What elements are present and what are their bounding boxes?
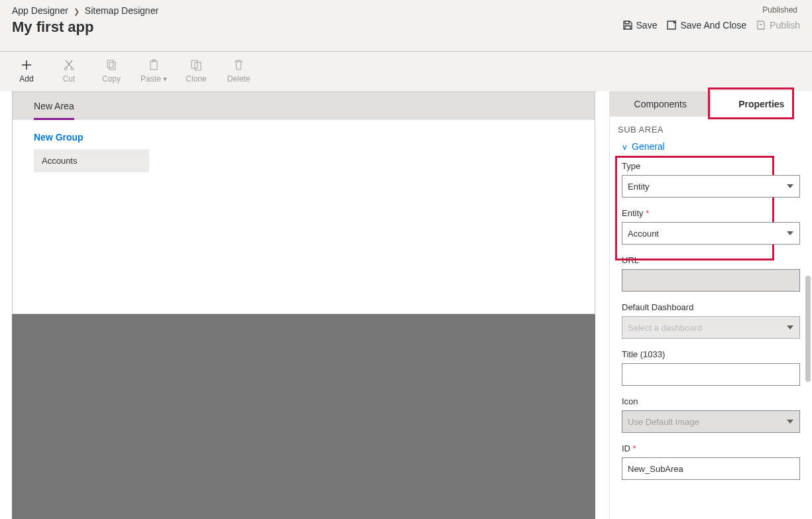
plus-icon xyxy=(20,58,33,72)
cut-button: Cut xyxy=(54,58,84,87)
panel-tabs: Components Properties xyxy=(610,91,812,117)
general-label: General xyxy=(632,141,665,152)
canvas-backdrop xyxy=(12,314,595,519)
tab-properties[interactable]: Properties xyxy=(711,91,813,117)
group-title[interactable]: New Group xyxy=(34,132,595,143)
id-label: ID xyxy=(622,443,800,453)
field-url: URL xyxy=(622,255,800,292)
svg-rect-2 xyxy=(107,60,113,68)
breadcrumb-item-2[interactable]: Sitemap Designer xyxy=(85,5,158,16)
save-close-icon xyxy=(666,20,677,30)
field-type: Type Entity xyxy=(622,161,800,198)
field-entity: Entity Account xyxy=(622,208,800,245)
save-button[interactable]: Save xyxy=(622,20,658,30)
paste-icon xyxy=(147,58,160,72)
subarea-item[interactable]: Accounts xyxy=(34,149,149,172)
header-left: App Designer Sitemap Designer My first a… xyxy=(12,5,158,36)
paste-button: Paste ▾ xyxy=(139,58,168,87)
url-input xyxy=(622,269,800,292)
cut-label: Cut xyxy=(63,74,76,84)
breadcrumb: App Designer Sitemap Designer xyxy=(12,5,158,16)
publish-label: Publish xyxy=(770,20,800,30)
dashboard-select: Select a dashboard xyxy=(622,316,800,339)
group-block: New Group Accounts xyxy=(13,120,595,172)
scrollbar-thumb[interactable] xyxy=(805,276,811,382)
breadcrumb-item-1[interactable]: App Designer xyxy=(12,5,68,16)
add-label: Add xyxy=(19,74,33,84)
icon-select[interactable]: Use Default Image xyxy=(622,410,800,433)
id-input[interactable] xyxy=(622,457,800,480)
general-section-header[interactable]: General xyxy=(622,141,800,152)
copy-button: Copy xyxy=(97,58,126,87)
type-label: Type xyxy=(622,161,800,171)
toolbar: Add Cut Copy Paste ▾ Clone Delete xyxy=(0,52,812,91)
breadcrumb-separator-icon xyxy=(72,5,81,16)
save-and-close-button[interactable]: Save And Close xyxy=(666,20,746,30)
page-title: My first app xyxy=(12,19,158,36)
cut-icon xyxy=(62,58,76,72)
copy-label: Copy xyxy=(102,74,121,84)
clone-icon xyxy=(190,58,203,72)
url-label: URL xyxy=(622,255,800,265)
copy-icon xyxy=(105,58,118,72)
save-icon xyxy=(622,20,633,30)
delete-label: Delete xyxy=(227,74,251,84)
header: App Designer Sitemap Designer My first a… xyxy=(0,0,812,52)
save-label: Save xyxy=(636,20,658,30)
clone-label: Clone xyxy=(186,74,206,84)
svg-rect-3 xyxy=(109,62,115,70)
chevron-down-icon xyxy=(622,141,628,152)
main: New Area New Group Accounts Components P… xyxy=(0,91,812,519)
entity-label: Entity xyxy=(622,208,800,218)
icon-label: Icon xyxy=(622,396,800,406)
field-id: ID xyxy=(622,443,800,480)
title-label: Title (1033) xyxy=(622,349,800,359)
save-close-label: Save And Close xyxy=(680,20,746,30)
status-badge: Published xyxy=(762,5,797,15)
publish-icon xyxy=(756,20,766,30)
properties-panel: Components Properties SUB AREA General T… xyxy=(609,91,812,519)
field-icon: Icon Use Default Image xyxy=(622,396,800,433)
panel-scroll[interactable]: SUB AREA General Type Entity xyxy=(610,117,812,519)
svg-rect-4 xyxy=(150,61,157,70)
trash-icon xyxy=(232,58,245,72)
delete-button: Delete xyxy=(224,58,253,87)
field-title: Title (1033) xyxy=(622,349,800,386)
panel-body: SUB AREA General Type Entity xyxy=(610,117,812,502)
publish-button: Publish xyxy=(756,20,800,30)
section-title: SUB AREA xyxy=(618,117,800,141)
paste-label: Paste ▾ xyxy=(141,74,167,84)
dashboard-label: Default Dashboard xyxy=(622,302,800,312)
add-button[interactable]: Add xyxy=(12,58,41,87)
area-tab[interactable]: New Area xyxy=(34,94,74,120)
entity-select[interactable]: Account xyxy=(622,222,800,245)
field-default-dashboard: Default Dashboard Select a dashboard xyxy=(622,302,800,339)
canvas-column: New Area New Group Accounts xyxy=(0,91,609,519)
header-actions: Save Save And Close Publish xyxy=(622,20,800,30)
title-input[interactable] xyxy=(622,363,800,386)
tab-components[interactable]: Components xyxy=(610,91,711,117)
clone-button: Clone xyxy=(182,58,211,87)
header-right: Published Save Save And Close Publish xyxy=(622,5,800,30)
type-select[interactable]: Entity xyxy=(622,175,800,198)
area-tab-row: New Area xyxy=(13,92,595,120)
sitemap-canvas[interactable]: New Area New Group Accounts xyxy=(12,91,595,314)
